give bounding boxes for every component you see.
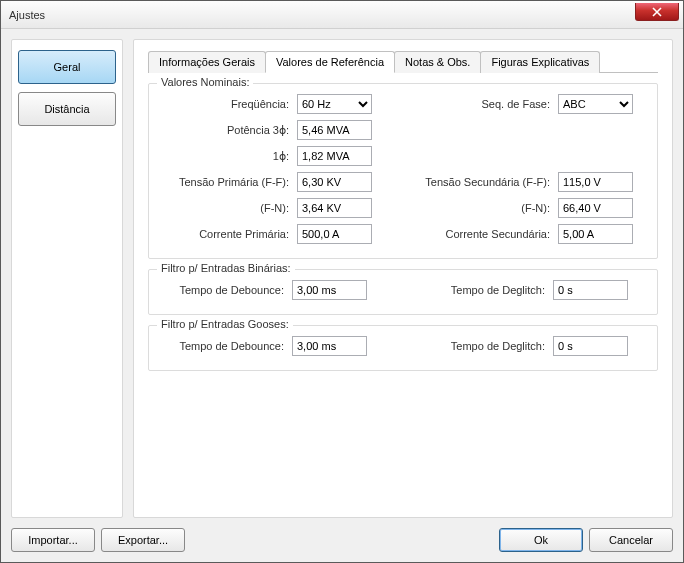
sidebar-item-geral[interactable]: Geral — [18, 50, 116, 84]
label-potencia-3f: Potência 3ɸ: — [157, 124, 297, 137]
button-label: Importar... — [28, 534, 78, 546]
input-potencia-3f[interactable] — [297, 120, 372, 140]
label-tensao-primaria-fn: (F-N): — [157, 202, 297, 214]
tab-figuras-explicativas[interactable]: Figuras Explicativas — [480, 51, 600, 73]
group-title: Valores Nominais: — [157, 76, 253, 88]
exportar-button[interactable]: Exportar... — [101, 528, 185, 552]
label-deglitch-goose: Tempo de Deglitch: — [403, 340, 553, 352]
label-frequencia: Freqüência: — [157, 98, 297, 110]
select-frequencia[interactable]: 60 Hz — [297, 94, 372, 114]
input-tensao-primaria-fn[interactable] — [297, 198, 372, 218]
content: Geral Distância Informações Gerais Valor… — [1, 29, 683, 562]
label-debounce-bin: Tempo de Debounce: — [157, 284, 292, 296]
cancelar-button[interactable]: Cancelar — [589, 528, 673, 552]
ok-button[interactable]: Ok — [499, 528, 583, 552]
sidebar-item-distancia[interactable]: Distância — [18, 92, 116, 126]
button-label: Exportar... — [118, 534, 168, 546]
group-filtro-binarias: Filtro p/ Entradas Binárias: Tempo de De… — [148, 269, 658, 315]
settings-window: Ajustes Geral Distância Informações Gera… — [0, 0, 684, 563]
input-corrente-primaria[interactable] — [297, 224, 372, 244]
close-button[interactable] — [635, 3, 679, 21]
input-potencia-1f[interactable] — [297, 146, 372, 166]
button-label: Cancelar — [609, 534, 653, 546]
button-label: Ok — [534, 534, 548, 546]
input-debounce-goose[interactable] — [292, 336, 367, 356]
tab-valores-referencia[interactable]: Valores de Referência — [265, 51, 395, 73]
group-filtro-gooses: Filtro p/ Entradas Gooses: Tempo de Debo… — [148, 325, 658, 371]
tab-label: Figuras Explicativas — [491, 56, 589, 68]
tab-informacoes-gerais[interactable]: Informações Gerais — [148, 51, 266, 73]
group-title: Filtro p/ Entradas Gooses: — [157, 318, 293, 330]
label-seq-fase: Seq. de Fase: — [403, 98, 558, 110]
group-title: Filtro p/ Entradas Binárias: — [157, 262, 295, 274]
label-potencia-1f: 1ɸ: — [157, 150, 297, 163]
input-deglitch-goose[interactable] — [553, 336, 628, 356]
group-valores-nominais: Valores Nominais: Freqüência: 60 Hz Seq.… — [148, 83, 658, 259]
label-corrente-primaria: Corrente Primária: — [157, 228, 297, 240]
select-seq-fase[interactable]: ABC — [558, 94, 633, 114]
input-debounce-bin[interactable] — [292, 280, 367, 300]
label-corrente-secundaria: Corrente Secundária: — [403, 228, 558, 240]
label-tensao-secundaria-ff: Tensão Secundária (F-F): — [403, 176, 558, 188]
sidebar: Geral Distância — [11, 39, 123, 518]
close-icon — [652, 7, 662, 17]
importar-button[interactable]: Importar... — [11, 528, 95, 552]
tab-label: Informações Gerais — [159, 56, 255, 68]
main-row: Geral Distância Informações Gerais Valor… — [11, 39, 673, 518]
input-corrente-secundaria[interactable] — [558, 224, 633, 244]
footer: Importar... Exportar... Ok Cancelar — [11, 518, 673, 552]
label-deglitch-bin: Tempo de Deglitch: — [403, 284, 553, 296]
input-tensao-secundaria-fn[interactable] — [558, 198, 633, 218]
tab-notas-obs[interactable]: Notas & Obs. — [394, 51, 481, 73]
window-title: Ajustes — [9, 9, 45, 21]
label-tensao-secundaria-fn: (F-N): — [403, 202, 558, 214]
sidebar-item-label: Geral — [54, 61, 81, 73]
tab-label: Notas & Obs. — [405, 56, 470, 68]
main-panel: Informações Gerais Valores de Referência… — [133, 39, 673, 518]
label-debounce-goose: Tempo de Debounce: — [157, 340, 292, 352]
tab-bar: Informações Gerais Valores de Referência… — [148, 50, 658, 73]
input-tensao-primaria-ff[interactable] — [297, 172, 372, 192]
input-deglitch-bin[interactable] — [553, 280, 628, 300]
titlebar[interactable]: Ajustes — [1, 1, 683, 29]
label-tensao-primaria-ff: Tensão Primária (F-F): — [157, 176, 297, 188]
tab-label: Valores de Referência — [276, 56, 384, 68]
input-tensao-secundaria-ff[interactable] — [558, 172, 633, 192]
sidebar-item-label: Distância — [44, 103, 89, 115]
